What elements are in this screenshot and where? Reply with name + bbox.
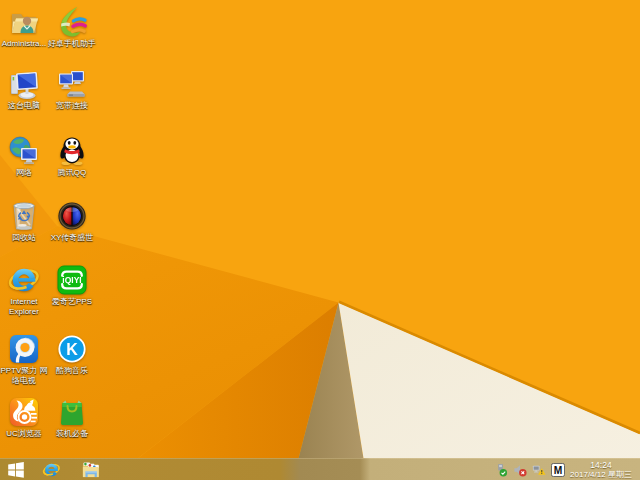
svg-text:M: M [553,465,562,476]
system-tray: M 14:24 2017/4/12 星期三 [491,459,640,480]
ie-taskbar-icon [42,461,61,479]
icon-label: 网络 [16,168,32,178]
desktop-icon-qq[interactable]: 腾讯QQ [36,135,108,178]
taskbar-clock[interactable]: 14:24 2017/4/12 星期三 [570,461,632,479]
xy-game-icon [56,200,88,232]
clock-time: 14:24 [570,461,632,470]
desktop-icon-broadband[interactable]: 宽带连接 [36,68,108,111]
icon-label: 宽带连接 [56,101,88,111]
broadband-icon [56,68,88,100]
haozhuo-icon [56,6,88,38]
taskbar-explorer-button[interactable] [75,459,105,480]
desktop-icon-iqiyi[interactable]: iQIYI 爱奇艺PPS [36,264,108,307]
svg-text:iQIYI: iQIYI [62,275,81,285]
icon-label: 爱奇艺PPS [52,297,92,307]
network-warning-icon[interactable] [532,463,546,477]
safely-remove-hardware-icon[interactable] [494,463,508,477]
desktop-icon-essential-apps[interactable]: 装机必备 [36,396,108,439]
icon-label: 好卓手机助手 [48,39,96,49]
start-button[interactable] [1,459,31,480]
desktop-icon-haozhuo[interactable]: 好卓手机助手 [36,6,108,49]
windows-logo-icon [8,462,24,478]
icon-label: 回收站 [12,233,36,243]
icon-label: 装机必备 [56,429,88,439]
desktop-screen: Administra... 好卓手机助手 这台电脑 [0,0,640,480]
taskbar: M 14:24 2017/4/12 星期三 [0,458,640,480]
svg-text:K: K [66,341,78,358]
kugou-icon: K [56,333,88,365]
desktop-icon-kugou[interactable]: K 酷狗音乐 [36,333,108,376]
icon-label: 腾讯QQ [58,168,86,178]
file-explorer-icon [80,460,101,479]
qq-penguin-icon [56,135,88,167]
shopping-bag-icon [56,396,88,428]
input-method-icon[interactable]: M [551,463,565,477]
volume-muted-icon[interactable] [513,463,527,477]
clock-date: 2017/4/12 星期三 [570,470,632,479]
desktop-icon-xy-game[interactable]: XY传奇盛世 [36,200,108,243]
icon-label: 酷狗音乐 [56,366,88,376]
icon-label: XY传奇盛世 [51,233,94,243]
taskbar-ie-button[interactable] [36,459,66,480]
iqiyi-icon: iQIYI [56,264,88,296]
